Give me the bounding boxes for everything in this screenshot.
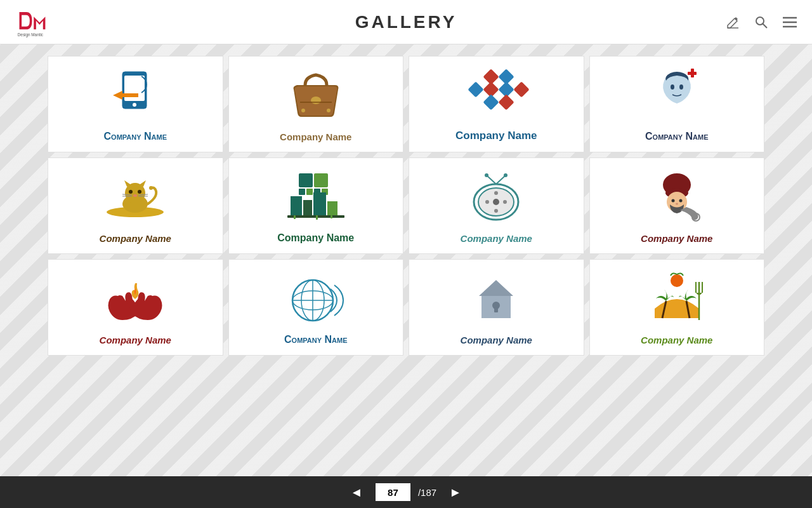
svg-point-10 [133, 103, 136, 107]
logo-icon-chef [596, 168, 758, 227]
gallery-grid: Company Name [48, 56, 764, 356]
company-name-9: Company Name [100, 335, 171, 345]
svg-rect-27 [691, 69, 694, 77]
svg-rect-44 [306, 189, 313, 195]
svg-point-59 [494, 191, 498, 195]
logo-icon-globe [235, 269, 397, 328]
logo-icon-cat [55, 168, 216, 227]
svg-point-71 [679, 199, 682, 202]
svg-rect-18 [468, 81, 484, 97]
company-name-7: Company Name [461, 233, 532, 244]
logo-card-building[interactable]: Company Name [228, 157, 404, 254]
logo-card-diamond[interactable]: Company Name [409, 56, 584, 152]
svg-rect-81 [494, 307, 498, 312]
svg-point-60 [494, 209, 498, 213]
footer: ◄ /187 ► [0, 476, 812, 508]
svg-point-33 [149, 186, 153, 190]
logo-icon-film [416, 168, 577, 227]
company-name-1: Company Name [104, 131, 167, 142]
logo-card-hands[interactable]: Company Name [48, 259, 223, 356]
svg-point-61 [485, 200, 489, 204]
svg-rect-21 [514, 81, 530, 97]
svg-point-24 [671, 84, 674, 90]
logo-icon-food [596, 269, 758, 328]
company-name-12: Company Name [641, 335, 712, 345]
company-name-6: Company Name [277, 232, 354, 244]
company-name-4: Company Name [645, 131, 708, 142]
page-title: GALLERY [355, 12, 457, 32]
company-name-3: Company Name [455, 130, 537, 142]
svg-rect-23 [499, 94, 514, 110]
svg-rect-42 [314, 173, 328, 187]
svg-point-15 [327, 109, 331, 112]
svg-rect-54 [331, 215, 332, 218]
svg-rect-41 [299, 173, 313, 187]
company-name-10: Company Name [284, 334, 347, 345]
svg-point-72 [676, 203, 678, 204]
svg-line-4 [763, 23, 767, 28]
header-icons [723, 13, 799, 32]
svg-rect-53 [316, 215, 318, 220]
svg-rect-12 [313, 98, 318, 102]
svg-line-63 [487, 175, 496, 184]
logo-icon-medical [596, 66, 758, 124]
edit-icon[interactable] [723, 13, 742, 32]
svg-point-25 [679, 84, 683, 90]
logo-icon-diamond [416, 66, 577, 123]
svg-rect-49 [313, 192, 326, 217]
search-icon[interactable] [752, 13, 771, 32]
logo-card-chef[interactable]: Company Name [589, 157, 765, 254]
pagination: ◄ /187 ► [345, 482, 467, 503]
svg-point-70 [671, 199, 674, 202]
svg-rect-48 [303, 200, 312, 217]
svg-rect-47 [291, 196, 302, 217]
logo-card-handbag[interactable]: Company Name [228, 56, 404, 152]
logo-card-lock[interactable]: Company Name [409, 259, 584, 356]
svg-rect-50 [327, 201, 337, 217]
svg-text:Design Mantic: Design Mantic [17, 32, 43, 37]
logo-card-mobile[interactable]: Company Name [48, 56, 223, 152]
svg-point-62 [503, 200, 507, 204]
menu-icon[interactable] [780, 13, 799, 32]
logo-card-cat[interactable]: Company Name [48, 157, 223, 254]
svg-point-36 [133, 194, 137, 197]
svg-line-64 [496, 175, 506, 184]
company-name-11: Company Name [461, 335, 532, 345]
logo-card-medical[interactable]: Company Name [589, 56, 765, 152]
next-page-button[interactable]: ► [444, 482, 467, 503]
logo-card-globe[interactable]: Company Name [228, 259, 404, 356]
header: Design Mantic GALLERY [0, 0, 812, 44]
logo-card-food[interactable]: Company Name [589, 259, 765, 356]
logo-icon-hands [55, 269, 216, 328]
company-name-2: Company Name [280, 131, 351, 142]
page-number-input[interactable] [376, 483, 410, 501]
svg-point-34 [129, 190, 133, 194]
logo-box: Design Mantic [13, 4, 51, 39]
svg-point-58 [493, 199, 499, 205]
logo-icon-lock [416, 269, 577, 328]
logo-icon-mobile [55, 66, 216, 124]
company-name-5: Company Name [100, 233, 171, 244]
svg-point-65 [485, 173, 488, 177]
svg-point-35 [138, 190, 141, 194]
svg-rect-22 [483, 94, 499, 110]
svg-rect-52 [294, 215, 296, 219]
svg-point-66 [504, 173, 508, 177]
brand-logo: Design Mantic [15, 6, 49, 38]
logo-icon-handbag [235, 66, 397, 125]
logo-area: Design Mantic [13, 4, 51, 39]
logo-icon-building [235, 168, 397, 226]
gallery-container: Company Name [0, 44, 812, 508]
svg-point-14 [301, 109, 305, 112]
company-name-8: Company Name [641, 233, 712, 244]
prev-page-button[interactable]: ◄ [345, 482, 368, 503]
page-total: /187 [418, 487, 436, 498]
svg-rect-43 [299, 189, 305, 195]
svg-point-87 [671, 274, 683, 287]
logo-card-film[interactable]: Company Name [409, 157, 584, 254]
